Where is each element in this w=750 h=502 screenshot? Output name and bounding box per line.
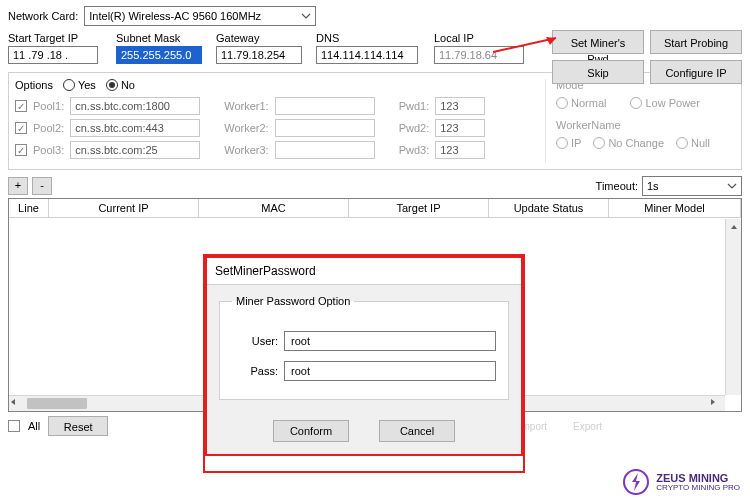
options-yes-label: Yes [78,79,96,91]
set-miner-password-dialog: SetMinerPassword Miner Password Option U… [206,257,522,455]
worker1-input[interactable] [275,97,375,115]
dns-input[interactable] [316,46,418,64]
workername-label: WorkerName [556,119,735,131]
worker1-label: Worker1: [224,100,268,112]
gateway-label: Gateway [216,32,308,44]
workername-ip-label: IP [571,137,581,149]
workername-nochange-radio: No Change [593,137,664,149]
scroll-right-icon[interactable] [709,396,725,411]
pwd2-label: Pwd2: [399,122,430,134]
mode-low-power-radio: Low Power [630,97,699,109]
export-faded: Export [573,421,602,432]
workername-null-label: Null [691,137,710,149]
reset-button[interactable]: Reset [48,416,108,436]
mode-normal-radio: Normal [556,97,606,109]
pwd1-label: Pwd1: [399,100,430,112]
start-target-ip-label: Start Target IP [8,32,108,44]
pool2-label: Pool2: [33,122,64,134]
subnet-mask-input[interactable] [116,46,202,64]
timeout-label: Timeout: [596,180,638,192]
pool2-checkbox[interactable] [15,122,27,134]
scrollbar-thumb[interactable] [27,398,87,409]
dialog-legend: Miner Password Option [232,295,354,307]
pool3-checkbox[interactable] [15,144,27,156]
col-current-ip[interactable]: Current IP [49,199,199,217]
all-label: All [28,420,40,432]
user-label: User: [232,335,278,347]
cancel-button[interactable]: Cancel [379,420,455,442]
worker2-label: Worker2: [224,122,268,134]
logo-line2: CRYPTO MINING PRO [656,484,740,492]
start-probing-button[interactable]: Start Probing [650,30,742,54]
pool2-input[interactable] [70,119,200,137]
pwd2-input[interactable] [435,119,485,137]
vertical-scrollbar[interactable] [725,219,741,395]
timeout-value: 1s [647,180,659,192]
network-card-label: Network Card: [8,10,78,22]
configure-ip-button[interactable]: Configure IP [650,60,742,84]
conform-button[interactable]: Conform [273,420,349,442]
pool1-checkbox[interactable] [15,100,27,112]
skip-button[interactable]: Skip [552,60,644,84]
worker3-input[interactable] [275,141,375,159]
worker3-label: Worker3: [224,144,268,156]
mode-normal-label: Normal [571,97,606,109]
add-row-button[interactable]: + [8,177,28,195]
logo-line1: ZEUS MINING [656,473,740,484]
scroll-up-icon[interactable] [726,219,741,235]
import-faded: Import [519,421,547,432]
pool1-label: Pool1: [33,100,64,112]
col-target-ip[interactable]: Target IP [349,199,489,217]
remove-row-button[interactable]: - [32,177,52,195]
col-miner-model[interactable]: Miner Model [609,199,741,217]
pool3-input[interactable] [70,141,200,159]
pass-input[interactable] [284,361,496,381]
dialog-title: SetMinerPassword [207,258,521,285]
local-ip-label: Local IP [434,32,534,44]
col-line[interactable]: Line [9,199,49,217]
workername-ip-radio: IP [556,137,581,149]
pool1-input[interactable] [70,97,200,115]
options-label: Options [15,79,53,91]
watermark-logo: ZEUS MINING CRYPTO MINING PRO [622,468,740,496]
network-card-value: Intel(R) Wireless-AC 9560 160MHz [89,10,261,22]
gateway-input[interactable] [216,46,302,64]
pwd3-label: Pwd3: [399,144,430,156]
scroll-left-icon[interactable] [9,396,25,411]
zeus-bolt-icon [622,468,650,496]
options-yes-radio[interactable]: Yes [63,79,96,91]
col-mac[interactable]: MAC [199,199,349,217]
pwd1-input[interactable] [435,97,485,115]
chevron-down-icon [727,181,737,191]
pwd3-input[interactable] [435,141,485,159]
workername-null-radio: Null [676,137,710,149]
worker2-input[interactable] [275,119,375,137]
chevron-down-icon [301,11,311,21]
start-target-ip-input[interactable] [8,46,98,64]
options-no-radio[interactable]: No [106,79,135,91]
col-update-status[interactable]: Update Status [489,199,609,217]
all-checkbox[interactable] [8,420,20,432]
workername-nochange-label: No Change [608,137,664,149]
set-miners-pwd-button[interactable]: Set Miner's Pwd [552,30,644,54]
user-input[interactable] [284,331,496,351]
network-card-dropdown[interactable]: Intel(R) Wireless-AC 9560 160MHz [84,6,316,26]
options-no-label: No [121,79,135,91]
dns-label: DNS [316,32,426,44]
timeout-dropdown[interactable]: 1s [642,176,742,196]
subnet-mask-label: Subnet Mask [116,32,208,44]
mode-low-power-label: Low Power [645,97,699,109]
local-ip-input [434,46,524,64]
pool3-label: Pool3: [33,144,64,156]
pass-label: Pass: [232,365,278,377]
